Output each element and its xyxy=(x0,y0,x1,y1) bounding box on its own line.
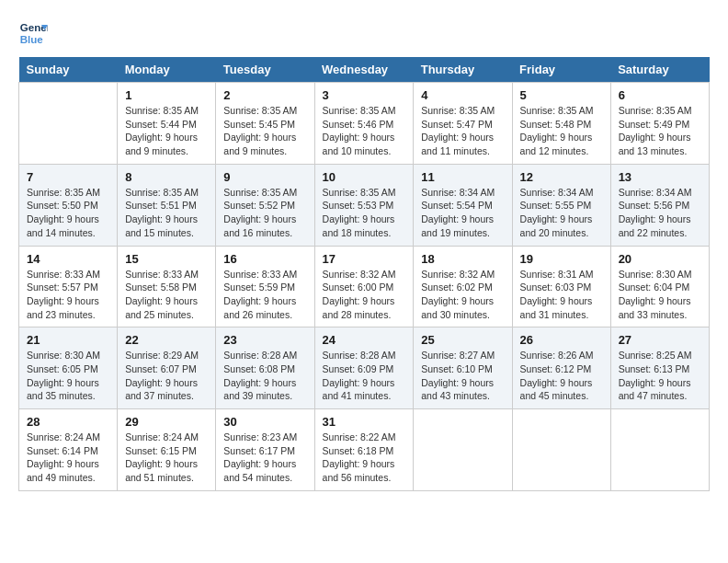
header-monday: Monday xyxy=(118,57,216,83)
calendar-header-row: SundayMondayTuesdayWednesdayThursdayFrid… xyxy=(19,57,710,83)
day-number: 13 xyxy=(619,170,701,184)
day-info: Sunrise: 8:23 AM Sunset: 6:17 PM Dayligh… xyxy=(223,431,306,485)
day-info: Sunrise: 8:32 AM Sunset: 6:00 PM Dayligh… xyxy=(323,268,406,322)
calendar-week-3: 14Sunrise: 8:33 AM Sunset: 5:57 PM Dayli… xyxy=(19,246,710,327)
day-info: Sunrise: 8:33 AM Sunset: 5:59 PM Dayligh… xyxy=(223,268,306,322)
calendar-cell: 5Sunrise: 8:35 AM Sunset: 5:48 PM Daylig… xyxy=(512,83,610,165)
calendar-cell: 23Sunrise: 8:28 AM Sunset: 6:08 PM Dayli… xyxy=(216,327,314,409)
calendar-cell: 10Sunrise: 8:35 AM Sunset: 5:53 PM Dayli… xyxy=(314,164,414,246)
day-number: 27 xyxy=(619,333,701,347)
calendar-table: SundayMondayTuesdayWednesdayThursdayFrid… xyxy=(18,57,710,491)
calendar-cell: 22Sunrise: 8:29 AM Sunset: 6:07 PM Dayli… xyxy=(118,327,216,409)
day-number: 10 xyxy=(323,170,406,184)
day-number: 19 xyxy=(520,252,603,266)
svg-text:Blue: Blue xyxy=(20,34,44,45)
calendar-cell: 26Sunrise: 8:26 AM Sunset: 6:12 PM Dayli… xyxy=(512,327,610,409)
day-info: Sunrise: 8:35 AM Sunset: 5:49 PM Dayligh… xyxy=(619,104,701,158)
calendar-cell: 1Sunrise: 8:35 AM Sunset: 5:44 PM Daylig… xyxy=(118,83,216,165)
day-info: Sunrise: 8:25 AM Sunset: 6:13 PM Dayligh… xyxy=(619,349,701,403)
day-info: Sunrise: 8:34 AM Sunset: 5:54 PM Dayligh… xyxy=(421,186,504,240)
day-info: Sunrise: 8:31 AM Sunset: 6:03 PM Dayligh… xyxy=(520,268,603,322)
calendar-cell: 20Sunrise: 8:30 AM Sunset: 6:04 PM Dayli… xyxy=(610,246,709,327)
day-number: 18 xyxy=(421,252,504,266)
calendar-cell: 16Sunrise: 8:33 AM Sunset: 5:59 PM Dayli… xyxy=(216,246,314,327)
day-number: 11 xyxy=(421,170,504,184)
day-number: 23 xyxy=(223,333,306,347)
day-number: 29 xyxy=(125,415,208,429)
day-info: Sunrise: 8:29 AM Sunset: 6:07 PM Dayligh… xyxy=(125,349,208,403)
header-thursday: Thursday xyxy=(414,57,512,83)
day-number: 21 xyxy=(27,333,109,347)
day-number: 9 xyxy=(223,170,306,184)
day-info: Sunrise: 8:32 AM Sunset: 6:02 PM Dayligh… xyxy=(421,268,504,322)
day-info: Sunrise: 8:28 AM Sunset: 6:09 PM Dayligh… xyxy=(323,349,406,403)
day-number: 12 xyxy=(520,170,603,184)
calendar-cell: 28Sunrise: 8:24 AM Sunset: 6:14 PM Dayli… xyxy=(19,409,118,491)
calendar-cell: 25Sunrise: 8:27 AM Sunset: 6:10 PM Dayli… xyxy=(414,327,512,409)
day-info: Sunrise: 8:30 AM Sunset: 6:05 PM Dayligh… xyxy=(27,349,109,403)
calendar-cell: 12Sunrise: 8:34 AM Sunset: 5:55 PM Dayli… xyxy=(512,164,610,246)
day-info: Sunrise: 8:35 AM Sunset: 5:50 PM Dayligh… xyxy=(27,186,109,240)
calendar-cell: 3Sunrise: 8:35 AM Sunset: 5:46 PM Daylig… xyxy=(314,83,414,165)
calendar-body: 1Sunrise: 8:35 AM Sunset: 5:44 PM Daylig… xyxy=(19,83,710,491)
logo-icon: General Blue xyxy=(18,18,48,48)
day-info: Sunrise: 8:35 AM Sunset: 5:46 PM Dayligh… xyxy=(323,104,406,158)
day-number: 8 xyxy=(125,170,208,184)
calendar-cell: 17Sunrise: 8:32 AM Sunset: 6:00 PM Dayli… xyxy=(314,246,414,327)
calendar-week-1: 1Sunrise: 8:35 AM Sunset: 5:44 PM Daylig… xyxy=(19,83,710,165)
header-saturday: Saturday xyxy=(610,57,709,83)
day-info: Sunrise: 8:35 AM Sunset: 5:47 PM Dayligh… xyxy=(421,104,504,158)
day-number: 4 xyxy=(421,88,504,102)
calendar-cell: 14Sunrise: 8:33 AM Sunset: 5:57 PM Dayli… xyxy=(19,246,118,327)
calendar-cell: 27Sunrise: 8:25 AM Sunset: 6:13 PM Dayli… xyxy=(610,327,709,409)
page-header: General Blue xyxy=(18,18,710,48)
calendar-cell: 6Sunrise: 8:35 AM Sunset: 5:49 PM Daylig… xyxy=(610,83,709,165)
day-number: 24 xyxy=(323,333,406,347)
header-friday: Friday xyxy=(512,57,610,83)
day-number: 6 xyxy=(619,88,701,102)
calendar-cell: 24Sunrise: 8:28 AM Sunset: 6:09 PM Dayli… xyxy=(314,327,414,409)
day-number: 16 xyxy=(223,252,306,266)
day-info: Sunrise: 8:27 AM Sunset: 6:10 PM Dayligh… xyxy=(421,349,504,403)
calendar-cell: 13Sunrise: 8:34 AM Sunset: 5:56 PM Dayli… xyxy=(610,164,709,246)
day-number: 30 xyxy=(223,415,306,429)
calendar-cell xyxy=(19,83,118,165)
calendar-cell: 9Sunrise: 8:35 AM Sunset: 5:52 PM Daylig… xyxy=(216,164,314,246)
day-info: Sunrise: 8:24 AM Sunset: 6:14 PM Dayligh… xyxy=(27,431,109,485)
day-number: 20 xyxy=(619,252,701,266)
day-info: Sunrise: 8:35 AM Sunset: 5:48 PM Dayligh… xyxy=(520,104,603,158)
day-info: Sunrise: 8:35 AM Sunset: 5:44 PM Dayligh… xyxy=(125,104,208,158)
calendar-cell: 31Sunrise: 8:22 AM Sunset: 6:18 PM Dayli… xyxy=(314,409,414,491)
calendar-cell: 18Sunrise: 8:32 AM Sunset: 6:02 PM Dayli… xyxy=(414,246,512,327)
logo: General Blue xyxy=(18,18,53,48)
day-info: Sunrise: 8:35 AM Sunset: 5:45 PM Dayligh… xyxy=(223,104,306,158)
day-info: Sunrise: 8:35 AM Sunset: 5:53 PM Dayligh… xyxy=(323,186,406,240)
day-info: Sunrise: 8:30 AM Sunset: 6:04 PM Dayligh… xyxy=(619,268,701,322)
calendar-cell: 15Sunrise: 8:33 AM Sunset: 5:58 PM Dayli… xyxy=(118,246,216,327)
day-number: 15 xyxy=(125,252,208,266)
day-info: Sunrise: 8:33 AM Sunset: 5:57 PM Dayligh… xyxy=(27,268,109,322)
calendar-week-5: 28Sunrise: 8:24 AM Sunset: 6:14 PM Dayli… xyxy=(19,409,710,491)
calendar-cell: 30Sunrise: 8:23 AM Sunset: 6:17 PM Dayli… xyxy=(216,409,314,491)
day-info: Sunrise: 8:34 AM Sunset: 5:55 PM Dayligh… xyxy=(520,186,603,240)
calendar-cell: 8Sunrise: 8:35 AM Sunset: 5:51 PM Daylig… xyxy=(118,164,216,246)
day-number: 3 xyxy=(323,88,406,102)
day-info: Sunrise: 8:24 AM Sunset: 6:15 PM Dayligh… xyxy=(125,431,208,485)
day-info: Sunrise: 8:35 AM Sunset: 5:51 PM Dayligh… xyxy=(125,186,208,240)
day-number: 22 xyxy=(125,333,208,347)
day-number: 17 xyxy=(323,252,406,266)
day-number: 25 xyxy=(421,333,504,347)
day-number: 7 xyxy=(27,170,109,184)
day-info: Sunrise: 8:26 AM Sunset: 6:12 PM Dayligh… xyxy=(520,349,603,403)
calendar-cell: 21Sunrise: 8:30 AM Sunset: 6:05 PM Dayli… xyxy=(19,327,118,409)
calendar-week-4: 21Sunrise: 8:30 AM Sunset: 6:05 PM Dayli… xyxy=(19,327,710,409)
header-sunday: Sunday xyxy=(19,57,118,83)
calendar-cell xyxy=(512,409,610,491)
calendar-cell: 19Sunrise: 8:31 AM Sunset: 6:03 PM Dayli… xyxy=(512,246,610,327)
calendar-cell: 29Sunrise: 8:24 AM Sunset: 6:15 PM Dayli… xyxy=(118,409,216,491)
day-info: Sunrise: 8:28 AM Sunset: 6:08 PM Dayligh… xyxy=(223,349,306,403)
day-info: Sunrise: 8:22 AM Sunset: 6:18 PM Dayligh… xyxy=(323,431,406,485)
day-number: 14 xyxy=(27,252,109,266)
day-number: 1 xyxy=(125,88,208,102)
calendar-cell xyxy=(610,409,709,491)
